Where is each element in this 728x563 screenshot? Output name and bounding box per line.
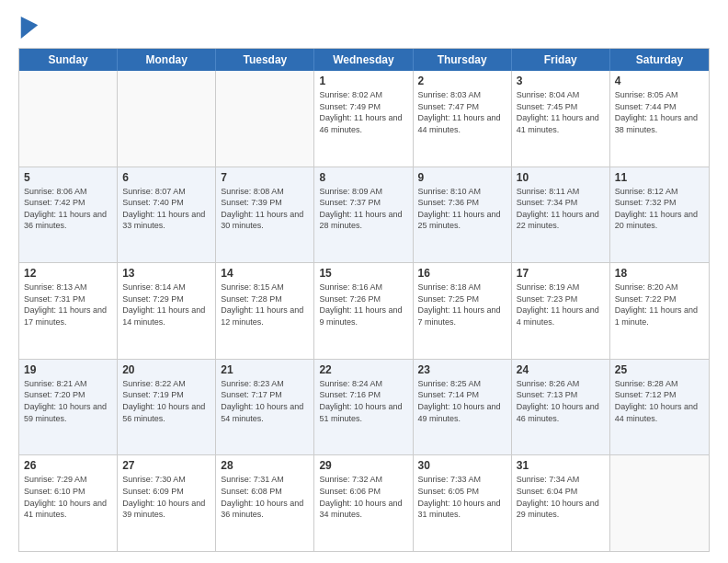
day-number: 5 (24, 171, 112, 184)
day-cell-2: 2Sunrise: 8:03 AM Sunset: 7:47 PM Daylig… (414, 71, 512, 167)
day-number: 22 (319, 363, 407, 376)
day-info: Sunrise: 8:07 AM Sunset: 7:40 PM Dayligh… (122, 186, 210, 232)
day-info: Sunrise: 8:21 AM Sunset: 7:20 PM Dayligh… (24, 378, 112, 424)
day-cell-22: 22Sunrise: 8:24 AM Sunset: 7:16 PM Dayli… (314, 360, 413, 455)
day-info: Sunrise: 8:23 AM Sunset: 7:17 PM Dayligh… (221, 378, 309, 424)
day-cell-4: 4Sunrise: 8:05 AM Sunset: 7:44 PM Daylig… (610, 71, 709, 167)
day-cell-6: 6Sunrise: 8:07 AM Sunset: 7:40 PM Daylig… (118, 167, 216, 263)
day-number: 31 (517, 459, 605, 472)
header-cell-sunday: Sunday (19, 49, 118, 71)
day-cell-19: 19Sunrise: 8:21 AM Sunset: 7:20 PM Dayli… (19, 360, 118, 455)
day-cell-16: 16Sunrise: 8:18 AM Sunset: 7:25 PM Dayli… (414, 263, 512, 359)
day-cell-28: 28Sunrise: 7:31 AM Sunset: 6:08 PM Dayli… (216, 455, 314, 551)
day-number: 30 (418, 459, 506, 472)
logo (18, 15, 39, 39)
svg-marker-0 (21, 17, 38, 39)
day-info: Sunrise: 8:22 AM Sunset: 7:19 PM Dayligh… (122, 378, 210, 424)
day-number: 3 (517, 75, 605, 87)
calendar-week-4: 19Sunrise: 8:21 AM Sunset: 7:20 PM Dayli… (19, 359, 709, 455)
day-number: 20 (122, 363, 210, 376)
day-cell-5: 5Sunrise: 8:06 AM Sunset: 7:42 PM Daylig… (19, 167, 118, 263)
empty-cell (118, 71, 216, 167)
day-cell-30: 30Sunrise: 7:33 AM Sunset: 6:05 PM Dayli… (414, 455, 512, 551)
day-info: Sunrise: 8:11 AM Sunset: 7:34 PM Dayligh… (517, 186, 605, 232)
day-cell-27: 27Sunrise: 7:30 AM Sunset: 6:09 PM Dayli… (118, 455, 216, 551)
day-number: 23 (418, 363, 506, 376)
day-cell-8: 8Sunrise: 8:09 AM Sunset: 7:37 PM Daylig… (314, 167, 413, 263)
header-cell-tuesday: Tuesday (216, 49, 314, 71)
day-info: Sunrise: 8:13 AM Sunset: 7:31 PM Dayligh… (24, 282, 112, 327)
day-info: Sunrise: 8:15 AM Sunset: 7:28 PM Dayligh… (221, 282, 309, 327)
day-cell-21: 21Sunrise: 8:23 AM Sunset: 7:17 PM Dayli… (216, 360, 314, 455)
day-number: 14 (221, 267, 309, 280)
day-number: 7 (221, 171, 309, 184)
day-info: Sunrise: 8:26 AM Sunset: 7:13 PM Dayligh… (517, 378, 605, 424)
day-info: Sunrise: 8:20 AM Sunset: 7:22 PM Dayligh… (615, 282, 704, 327)
day-number: 9 (418, 171, 506, 184)
day-info: Sunrise: 8:12 AM Sunset: 7:32 PM Dayligh… (615, 186, 704, 232)
day-number: 24 (517, 363, 605, 376)
day-cell-11: 11Sunrise: 8:12 AM Sunset: 7:32 PM Dayli… (610, 167, 709, 263)
calendar-week-5: 26Sunrise: 7:29 AM Sunset: 6:10 PM Dayli… (19, 454, 709, 551)
day-info: Sunrise: 8:04 AM Sunset: 7:45 PM Dayligh… (517, 89, 605, 135)
calendar-week-2: 5Sunrise: 8:06 AM Sunset: 7:42 PM Daylig… (19, 167, 709, 263)
day-info: Sunrise: 8:18 AM Sunset: 7:25 PM Dayligh… (418, 282, 506, 327)
empty-cell (19, 71, 118, 167)
day-number: 12 (24, 267, 112, 280)
day-info: Sunrise: 7:30 AM Sunset: 6:09 PM Dayligh… (122, 474, 210, 520)
day-cell-29: 29Sunrise: 7:32 AM Sunset: 6:06 PM Dayli… (314, 455, 413, 551)
day-info: Sunrise: 8:24 AM Sunset: 7:16 PM Dayligh… (319, 378, 407, 424)
day-number: 27 (122, 459, 210, 472)
day-cell-26: 26Sunrise: 7:29 AM Sunset: 6:10 PM Dayli… (19, 455, 118, 551)
day-number: 16 (418, 267, 506, 280)
day-cell-7: 7Sunrise: 8:08 AM Sunset: 7:39 PM Daylig… (216, 167, 314, 263)
day-info: Sunrise: 7:32 AM Sunset: 6:06 PM Dayligh… (319, 474, 407, 520)
day-info: Sunrise: 7:33 AM Sunset: 6:05 PM Dayligh… (418, 474, 506, 520)
day-number: 13 (122, 267, 210, 280)
day-number: 6 (122, 171, 210, 184)
day-cell-9: 9Sunrise: 8:10 AM Sunset: 7:36 PM Daylig… (414, 167, 512, 263)
day-number: 1 (319, 75, 407, 87)
day-cell-12: 12Sunrise: 8:13 AM Sunset: 7:31 PM Dayli… (19, 263, 118, 359)
header-cell-friday: Friday (512, 49, 610, 71)
day-cell-3: 3Sunrise: 8:04 AM Sunset: 7:45 PM Daylig… (512, 71, 610, 167)
day-info: Sunrise: 8:25 AM Sunset: 7:14 PM Dayligh… (418, 378, 506, 424)
day-cell-17: 17Sunrise: 8:19 AM Sunset: 7:23 PM Dayli… (512, 263, 610, 359)
day-cell-25: 25Sunrise: 8:28 AM Sunset: 7:12 PM Dayli… (610, 360, 709, 455)
day-cell-20: 20Sunrise: 8:22 AM Sunset: 7:19 PM Dayli… (118, 360, 216, 455)
day-info: Sunrise: 7:31 AM Sunset: 6:08 PM Dayligh… (221, 474, 309, 520)
header-cell-monday: Monday (118, 49, 216, 71)
header (18, 15, 710, 39)
day-info: Sunrise: 8:03 AM Sunset: 7:47 PM Dayligh… (418, 89, 506, 135)
day-number: 4 (615, 75, 704, 87)
day-cell-14: 14Sunrise: 8:15 AM Sunset: 7:28 PM Dayli… (216, 263, 314, 359)
logo-icon (20, 17, 39, 39)
page: SundayMondayTuesdayWednesdayThursdayFrid… (0, 0, 728, 563)
day-info: Sunrise: 8:19 AM Sunset: 7:23 PM Dayligh… (517, 282, 605, 327)
calendar-week-1: 1Sunrise: 8:02 AM Sunset: 7:49 PM Daylig… (19, 71, 709, 167)
day-info: Sunrise: 8:14 AM Sunset: 7:29 PM Dayligh… (122, 282, 210, 327)
day-number: 17 (517, 267, 605, 280)
day-cell-24: 24Sunrise: 8:26 AM Sunset: 7:13 PM Dayli… (512, 360, 610, 455)
calendar-header-row: SundayMondayTuesdayWednesdayThursdayFrid… (19, 49, 709, 71)
day-info: Sunrise: 8:28 AM Sunset: 7:12 PM Dayligh… (615, 378, 704, 424)
day-cell-18: 18Sunrise: 8:20 AM Sunset: 7:22 PM Dayli… (610, 263, 709, 359)
day-info: Sunrise: 8:08 AM Sunset: 7:39 PM Dayligh… (221, 186, 309, 232)
day-info: Sunrise: 7:29 AM Sunset: 6:10 PM Dayligh… (24, 474, 112, 520)
header-cell-saturday: Saturday (610, 49, 709, 71)
day-number: 18 (615, 267, 704, 280)
day-number: 25 (615, 363, 704, 376)
day-number: 19 (24, 363, 112, 376)
day-cell-23: 23Sunrise: 8:25 AM Sunset: 7:14 PM Dayli… (414, 360, 512, 455)
day-info: Sunrise: 8:10 AM Sunset: 7:36 PM Dayligh… (418, 186, 506, 232)
day-number: 15 (319, 267, 407, 280)
day-number: 21 (221, 363, 309, 376)
calendar: SundayMondayTuesdayWednesdayThursdayFrid… (18, 48, 710, 552)
empty-cell (610, 455, 709, 551)
day-number: 11 (615, 171, 704, 184)
empty-cell (216, 71, 314, 167)
calendar-week-3: 12Sunrise: 8:13 AM Sunset: 7:31 PM Dayli… (19, 262, 709, 359)
day-info: Sunrise: 8:02 AM Sunset: 7:49 PM Dayligh… (319, 89, 407, 135)
day-cell-31: 31Sunrise: 7:34 AM Sunset: 6:04 PM Dayli… (512, 455, 610, 551)
day-info: Sunrise: 7:34 AM Sunset: 6:04 PM Dayligh… (517, 474, 605, 520)
